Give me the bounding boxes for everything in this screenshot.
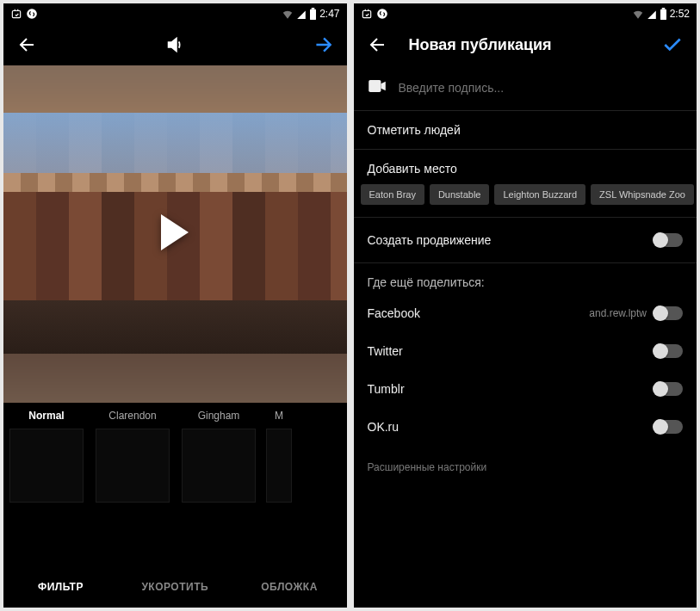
svg-rect-3 bbox=[312, 8, 315, 9]
add-location-row[interactable]: Добавить место bbox=[354, 150, 697, 184]
share-label: Facebook bbox=[368, 306, 590, 320]
share-label: Twitter bbox=[368, 344, 654, 358]
app-icon-1 bbox=[361, 8, 373, 20]
filter-thumbnail bbox=[96, 429, 170, 503]
status-time: 2:47 bbox=[319, 8, 339, 20]
shazam-icon bbox=[26, 8, 38, 20]
location-chip[interactable]: ZSL Whipsnade Zoo bbox=[591, 184, 694, 205]
share-row: Facebookand.rew.lptw bbox=[354, 294, 697, 332]
advanced-settings-link[interactable]: Расширенные настройки bbox=[354, 446, 697, 489]
filter-item[interactable]: Clarendon bbox=[90, 410, 176, 503]
sound-toggle-button[interactable] bbox=[161, 31, 189, 59]
status-time: 2:52 bbox=[670, 8, 690, 20]
signal-icon bbox=[296, 9, 307, 19]
page-title: Новая публикация bbox=[409, 36, 552, 54]
share-row: Twitter bbox=[354, 332, 697, 370]
share-toggle[interactable] bbox=[654, 382, 683, 396]
share-header: Где ещё поделиться: bbox=[354, 263, 697, 294]
filter-item[interactable]: Normal bbox=[3, 410, 90, 503]
svg-rect-7 bbox=[661, 8, 665, 9]
share-toggle[interactable] bbox=[654, 344, 683, 358]
promote-row: Создать продвижение bbox=[354, 218, 697, 263]
video-preview bbox=[3, 65, 347, 403]
filter-thumbnail bbox=[9, 429, 84, 503]
tag-people-row[interactable]: Отметить людей bbox=[354, 111, 697, 150]
share-toggle[interactable] bbox=[654, 306, 683, 320]
filter-item[interactable]: Gingham bbox=[176, 410, 262, 503]
share-toggle[interactable] bbox=[654, 420, 683, 434]
svg-rect-0 bbox=[12, 11, 20, 18]
filter-thumbnail bbox=[266, 429, 292, 503]
share-row: Tumblr bbox=[354, 370, 697, 408]
svg-rect-8 bbox=[369, 80, 381, 92]
play-button[interactable] bbox=[158, 213, 192, 256]
back-button[interactable] bbox=[14, 31, 41, 59]
svg-point-5 bbox=[377, 9, 387, 19]
share-row: OK.ru bbox=[354, 408, 697, 446]
location-chips: Eaton BrayDunstableLeighton BuzzardZSL W… bbox=[354, 184, 697, 217]
tab-filter[interactable]: ФИЛЬТР bbox=[3, 581, 118, 593]
filter-label: Normal bbox=[3, 410, 90, 422]
signal-icon bbox=[647, 9, 657, 19]
location-chip[interactable]: Leighton Buzzard bbox=[494, 184, 585, 205]
battery-icon bbox=[660, 8, 667, 20]
svg-rect-4 bbox=[362, 11, 370, 18]
caption-input[interactable] bbox=[399, 81, 684, 95]
promote-toggle[interactable] bbox=[654, 233, 683, 247]
svg-rect-6 bbox=[660, 9, 666, 20]
location-chip[interactable]: Eaton Bray bbox=[361, 184, 424, 205]
phone-publish-screen: 2:52 Новая публикация Отметить людей Доб… bbox=[354, 3, 697, 608]
filter-label: M bbox=[262, 410, 296, 422]
top-bar bbox=[3, 24, 347, 65]
bottom-tabs: ФИЛЬТР УКОРОТИТЬ ОБЛОЖКА bbox=[3, 566, 347, 608]
shazam-icon bbox=[376, 8, 388, 20]
filter-item[interactable]: M bbox=[262, 410, 296, 503]
svg-point-1 bbox=[27, 9, 37, 19]
app-icon-1 bbox=[10, 8, 22, 20]
status-bar: 2:47 bbox=[3, 3, 347, 24]
share-label: Tumblr bbox=[368, 382, 654, 396]
phone-edit-screen: 2:47 NormalClarendonGinghamM ФИЛЬТР УКОР… bbox=[3, 3, 347, 608]
share-account: and.rew.lptw bbox=[589, 307, 647, 319]
caption-row bbox=[354, 65, 697, 111]
battery-icon bbox=[309, 8, 317, 20]
top-bar: Новая публикация bbox=[354, 24, 697, 65]
filter-thumbnail bbox=[182, 429, 256, 503]
tab-trim[interactable]: УКОРОТИТЬ bbox=[118, 581, 232, 593]
filter-label: Clarendon bbox=[90, 410, 176, 422]
filter-strip: NormalClarendonGinghamM bbox=[3, 403, 347, 503]
share-label: OK.ru bbox=[368, 420, 654, 434]
promote-label: Создать продвижение bbox=[368, 233, 654, 247]
svg-rect-2 bbox=[310, 9, 316, 20]
status-bar: 2:52 bbox=[354, 3, 697, 24]
next-button[interactable] bbox=[309, 31, 337, 59]
confirm-button[interactable] bbox=[659, 31, 686, 59]
wifi-icon bbox=[632, 9, 644, 19]
tab-cover[interactable]: ОБЛОЖКА bbox=[232, 581, 347, 593]
camera-icon bbox=[368, 79, 387, 96]
location-chip[interactable]: Dunstable bbox=[430, 184, 490, 205]
filter-label: Gingham bbox=[176, 410, 262, 422]
back-button[interactable] bbox=[364, 31, 392, 59]
wifi-icon bbox=[282, 9, 294, 19]
